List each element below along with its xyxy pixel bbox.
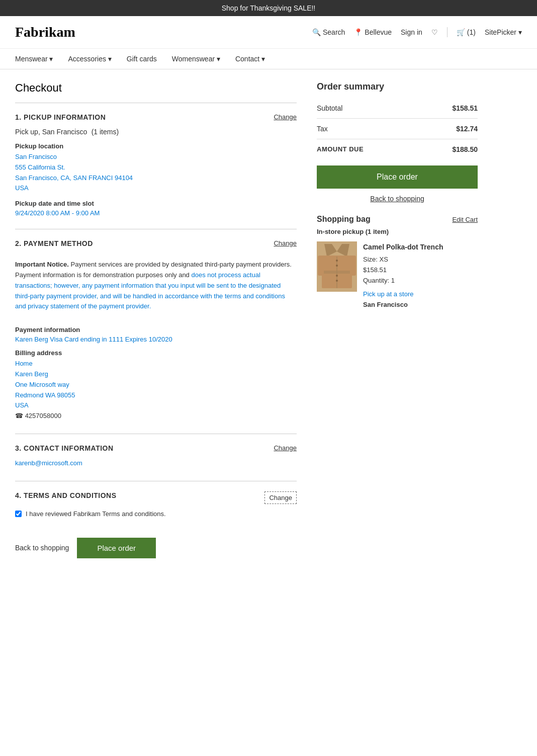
terms-title-text: TERMS AND CONDITIONS xyxy=(24,491,116,499)
order-summary: Order summary Subtotal $158.51 Tax $12.7… xyxy=(317,81,478,203)
right-column: Order summary Subtotal $158.51 Tax $12.7… xyxy=(317,81,478,558)
svg-point-11 xyxy=(336,280,338,282)
top-banner: Shop for Thanksgiving SALE!! xyxy=(0,0,537,16)
svg-point-10 xyxy=(336,275,338,277)
header-actions: 🔍 Search 📍 Bellevue Sign in ♡ 🛒 (1) Site… xyxy=(312,27,522,37)
subtotal-value: $158.51 xyxy=(452,104,478,112)
tax-value: $12.74 xyxy=(456,125,478,133)
terms-checkbox[interactable] xyxy=(15,511,22,517)
section-payment: 2. PAYMENT METHOD Change Important Notic… xyxy=(15,239,297,422)
location-icon: 📍 xyxy=(354,28,363,36)
nav-giftcards[interactable]: Gift cards xyxy=(127,55,157,63)
terms-change-button[interactable]: Change xyxy=(264,491,297,504)
nav-accessories-label: Accessories xyxy=(68,55,106,63)
contact-email: karenb@microsoft.com xyxy=(15,458,297,469)
nav-contact-label: Contact xyxy=(235,55,259,63)
pickup-section-title: 1. PICKUP INFORMATION xyxy=(15,113,106,121)
edit-cart-link[interactable]: Edit Cart xyxy=(452,216,478,223)
billing-city: Redmond WA 98055 xyxy=(15,390,297,401)
section-payment-header: 2. PAYMENT METHOD Change xyxy=(15,239,297,247)
pickup-address: San Francisco 555 California St. San Fra… xyxy=(15,152,297,194)
billing-address: Home Karen Berg One Microsoft way Redmon… xyxy=(15,359,297,422)
bag-item-quantity: Quantity: 1 xyxy=(363,276,443,286)
bag-item-price: $158.51 xyxy=(363,265,443,276)
section-contact: 3. CONTACT INFORMATION Change karenb@mic… xyxy=(15,444,297,469)
chevron-down-icon: ▾ xyxy=(518,28,522,36)
billing-type: Home xyxy=(15,359,297,369)
billing-phone: ☎ 4257058000 xyxy=(15,411,297,422)
pickup-location-title: Pick up, San Francisco (1 items) xyxy=(15,127,297,136)
place-order-button[interactable]: Place order xyxy=(317,165,478,189)
payment-info-value: Karen Berg Visa Card ending in 1111 Expi… xyxy=(15,335,297,343)
pickup-city-title: Pick up, San Francisco xyxy=(15,128,87,136)
signin-link[interactable]: Sign in xyxy=(401,28,422,36)
bottom-actions: Back to shopping Place order xyxy=(15,530,297,558)
search-link[interactable]: 🔍 Search xyxy=(312,28,345,36)
nav-contact[interactable]: Contact ▾ xyxy=(235,55,265,63)
amount-due-label: AMOUNT DUE xyxy=(317,145,364,153)
subtotal-row: Subtotal $158.51 xyxy=(317,100,478,116)
chevron-down-icon: ▾ xyxy=(217,55,220,63)
site-picker-label: SitePicker xyxy=(485,28,516,36)
svg-rect-5 xyxy=(322,271,352,274)
payment-title-text: PAYMENT METHOD xyxy=(24,239,93,247)
chevron-down-icon: ▾ xyxy=(108,55,112,63)
svg-rect-7 xyxy=(350,256,356,276)
order-summary-title: Order summary xyxy=(317,81,478,92)
banner-text: Shop for Thanksgiving SALE!! xyxy=(222,4,316,12)
shopping-bag-title: Shopping bag xyxy=(317,215,371,224)
nav: Menswear ▾ Accessories ▾ Gift cards Wome… xyxy=(0,49,537,69)
header: Fabrikam 🔍 Search 📍 Bellevue Sign in ♡ 🛒… xyxy=(0,16,537,49)
header-divider xyxy=(447,27,447,37)
section3-divider xyxy=(15,481,297,481)
bag-item-pickup-label: Pick up at a store xyxy=(363,289,443,300)
pickup-items-count: (1 items) xyxy=(92,128,119,136)
signin-label: Sign in xyxy=(401,28,422,36)
summary-divider2 xyxy=(317,139,478,139)
pickup-number: 1. xyxy=(15,113,22,121)
contact-change-link[interactable]: Change xyxy=(274,444,297,452)
nav-womenswear[interactable]: Womenswear ▾ xyxy=(172,55,220,63)
svg-point-9 xyxy=(336,265,338,267)
wishlist-link[interactable]: ♡ xyxy=(431,28,438,36)
chevron-down-icon: ▾ xyxy=(49,55,53,63)
terms-checkbox-label: I have reviewed Fabrikam Terms and condi… xyxy=(26,510,166,518)
location-label: Bellevue xyxy=(365,28,392,36)
nav-womenswear-label: Womenswear xyxy=(172,55,215,63)
billing-country: USA xyxy=(15,400,297,411)
bottom-place-order-button[interactable]: Place order xyxy=(77,538,156,558)
terms-number: 4. xyxy=(15,491,22,499)
nav-accessories[interactable]: Accessories ▾ xyxy=(68,55,111,63)
pickup-city: San Francisco xyxy=(15,152,297,162)
payment-info-label: Payment information xyxy=(15,326,297,333)
nav-menswear[interactable]: Menswear ▾ xyxy=(15,55,53,63)
pickup-title-text: PICKUP INFORMATION xyxy=(24,113,106,121)
section-contact-header: 3. CONTACT INFORMATION Change xyxy=(15,444,297,452)
pickup-datetime-label: Pickup date and time slot xyxy=(15,200,297,207)
cart-icon: 🛒 xyxy=(457,28,465,36)
bag-item-size: Size: XS xyxy=(363,255,443,265)
terms-section-title: 4. TERMS AND CONDITIONS xyxy=(15,491,117,499)
section-pickup: 1. PICKUP INFORMATION Change Pick up, Sa… xyxy=(15,113,297,217)
cart-link[interactable]: 🛒 (1) xyxy=(457,28,476,36)
contact-title-text: CONTACT INFORMATION xyxy=(24,444,114,452)
pickup-change-link[interactable]: Change xyxy=(274,113,297,121)
section-terms-header: 4. TERMS AND CONDITIONS Change xyxy=(15,491,297,504)
payment-change-link[interactable]: Change xyxy=(274,239,297,247)
svg-rect-6 xyxy=(318,256,324,276)
logo[interactable]: Fabrikam xyxy=(15,24,312,40)
site-picker-link[interactable]: SitePicker ▾ xyxy=(485,28,522,36)
tax-label: Tax xyxy=(317,125,328,133)
bag-item-details: Camel Polka-dot Trench Size: XS $158.51 … xyxy=(363,241,443,310)
pickup-city-state: San Francisco, CA, SAN FRANCI 94104 xyxy=(15,173,297,184)
bottom-back-link[interactable]: Back to shopping xyxy=(15,544,69,552)
section-terms: 4. TERMS AND CONDITIONS Change I have re… xyxy=(15,491,297,518)
search-icon: 🔍 xyxy=(312,28,321,36)
pickup-datetime: 9/24/2020 8:00 AM - 9:00 AM xyxy=(15,209,297,217)
billing-phone-number: 4257058000 xyxy=(25,412,61,419)
bag-item-image xyxy=(317,241,357,292)
page-title: Checkout xyxy=(15,81,297,95)
back-to-shopping-link[interactable]: Back to shopping xyxy=(317,195,478,203)
pickup-street: 555 California St. xyxy=(15,162,297,173)
location-link[interactable]: 📍 Bellevue xyxy=(354,28,392,36)
